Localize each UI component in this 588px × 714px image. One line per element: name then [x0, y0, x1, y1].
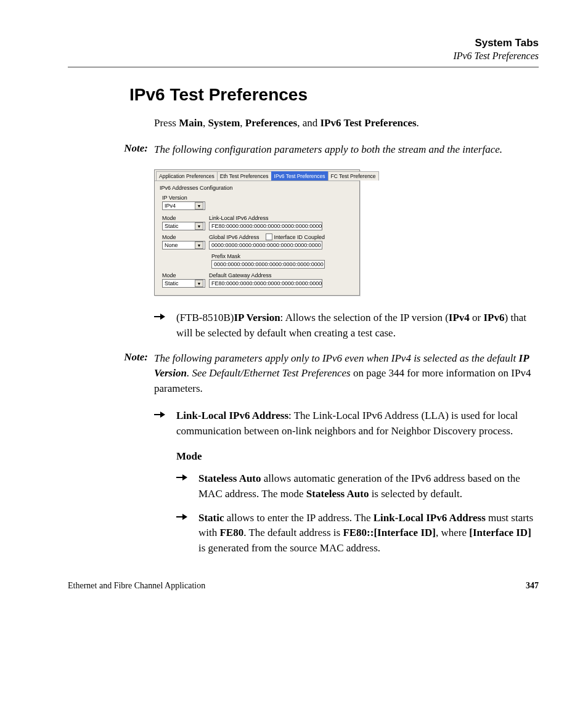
- intro-ipv6: IPv6 Test Preferences: [320, 117, 416, 129]
- preferences-panel: Application Preferences Eth Test Prefere…: [154, 169, 360, 296]
- tab-strip: Application Preferences Eth Test Prefere…: [155, 171, 359, 181]
- panel-body: IPv6 Addresses Configuration IP Version …: [155, 181, 359, 291]
- bullet-lla: Link-Local IPv6 Address: The Link-Local …: [154, 408, 539, 439]
- intro-preferences: Preferences: [245, 117, 297, 129]
- page-footer: Ethernet and Fibre Channel Application 3…: [68, 581, 539, 591]
- mode-gateway-value: Static: [165, 280, 179, 286]
- prefix-input[interactable]: 0000:0000:0000:0000:0000:0000:0000:0000: [211, 260, 325, 269]
- dga-input[interactable]: FE80:0000:0000:0000:0000:0000:0000:0000: [209, 279, 322, 288]
- intro-sep2: ,: [240, 117, 245, 129]
- interface-id-coupled-checkbox[interactable]: [266, 233, 272, 240]
- header-rule: [68, 67, 539, 68]
- gia-label: Global IPv6 Address: [209, 234, 259, 240]
- bullet-list-2: Link-Local IPv6 Address: The Link-Local …: [154, 408, 539, 556]
- bullet-text: Stateless Auto allows automatic generati…: [198, 471, 539, 501]
- arrow-icon: [154, 408, 176, 439]
- arrow-icon: [154, 310, 176, 341]
- mode-label-1: Mode: [162, 215, 205, 221]
- bullet-text: (FTB-8510B)IP Version: Allows the select…: [176, 310, 539, 341]
- ip-version-select[interactable]: IPv4 ▼: [162, 201, 205, 210]
- mode-label-2: Mode: [162, 234, 205, 240]
- footer-left: Ethernet and Fibre Channel Application: [68, 581, 205, 591]
- prefix-label: Prefix Mask: [211, 253, 325, 259]
- note-2: Note: The following parameters apply onl…: [68, 351, 539, 397]
- bullet-list: (FTB-8510B)IP Version: Allows the select…: [154, 310, 539, 341]
- note-label: Note:: [68, 142, 154, 158]
- header-subtitle: IPv6 Test Preferences: [68, 51, 539, 62]
- arrow-icon: [176, 471, 198, 501]
- bullet-text: Link-Local IPv6 Address: The Link-Local …: [176, 408, 539, 439]
- intro-prefix: Press: [154, 117, 179, 129]
- lla-label: Link-Local IPv6 Address: [209, 215, 322, 221]
- screenshot-panel-wrap: Application Preferences Eth Test Prefere…: [154, 169, 539, 296]
- ip-version-label: IP Version: [162, 195, 354, 201]
- gia-input[interactable]: 0000:0000:0000:0000:0000:0000:0000:0000: [209, 241, 322, 249]
- note-label: Note:: [68, 351, 154, 397]
- interface-id-coupled-row: Interface ID Coupled: [266, 233, 325, 240]
- note-body: The following parameters apply only to I…: [154, 351, 539, 397]
- dga-label: Default Gateway Address: [209, 272, 322, 278]
- intro-suffix: .: [417, 117, 419, 129]
- note-1: Note: The following configuration parame…: [68, 142, 539, 158]
- mode-lla-value: Static: [165, 223, 179, 229]
- running-header: System Tabs IPv6 Test Preferences: [68, 37, 539, 62]
- intro-sep-and: , and: [297, 117, 320, 129]
- page: System Tabs IPv6 Test Preferences IPv6 T…: [0, 0, 588, 615]
- mode-select-lla[interactable]: Static ▼: [162, 222, 205, 230]
- arrow-icon: [176, 511, 198, 556]
- mode-subheading: Mode: [176, 449, 539, 465]
- chevron-down-icon: ▼: [195, 241, 203, 249]
- chevron-down-icon: ▼: [195, 222, 203, 230]
- bullet-text: Static allows to enter the IP address. T…: [198, 511, 539, 556]
- ip-version-value: IPv4: [165, 203, 176, 209]
- mode-sub-bullets: Stateless Auto allows automatic generati…: [176, 471, 539, 556]
- intro-paragraph: Press Main, System, Preferences, and IPv…: [154, 116, 539, 131]
- header-title: System Tabs: [68, 37, 539, 49]
- mode-global-value: None: [165, 242, 178, 248]
- tab-ipv6-test-preferences[interactable]: IPv6 Test Preferences: [271, 171, 329, 181]
- note-body: The following configuration parameters a…: [154, 142, 539, 158]
- chevron-down-icon: ▼: [195, 202, 203, 209]
- ip-version-bold: IP Version: [234, 312, 280, 323]
- interface-id-coupled-label: Interface ID Coupled: [274, 234, 325, 240]
- tab-application-preferences[interactable]: Application Preferences: [156, 171, 218, 181]
- mode-select-gateway[interactable]: Static ▼: [162, 279, 205, 288]
- lla-input[interactable]: FE80:0000:0000:0000:0000:0000:0000:0000: [209, 222, 322, 230]
- intro-main: Main: [179, 117, 203, 129]
- tab-fc-test-preference[interactable]: FC Test Preference: [328, 171, 379, 181]
- tab-eth-test-preferences[interactable]: Eth Test Preferences: [217, 171, 272, 181]
- intro-system: System: [208, 117, 240, 129]
- bullet-ip-version: (FTB-8510B)IP Version: Allows the select…: [154, 310, 539, 341]
- mode-label-3: Mode: [162, 272, 205, 278]
- group-title: IPv6 Addresses Configuration: [160, 185, 354, 191]
- mode-select-global[interactable]: None ▼: [162, 241, 205, 249]
- bullet-static: Static allows to enter the IP address. T…: [176, 511, 539, 556]
- chevron-down-icon: ▼: [195, 280, 203, 287]
- bullet-stateless-auto: Stateless Auto allows automatic generati…: [176, 471, 539, 501]
- section-heading: IPv6 Test Preferences: [129, 85, 539, 105]
- footer-page-number: 347: [526, 581, 539, 591]
- model-tag: (FTB-8510B): [176, 312, 234, 323]
